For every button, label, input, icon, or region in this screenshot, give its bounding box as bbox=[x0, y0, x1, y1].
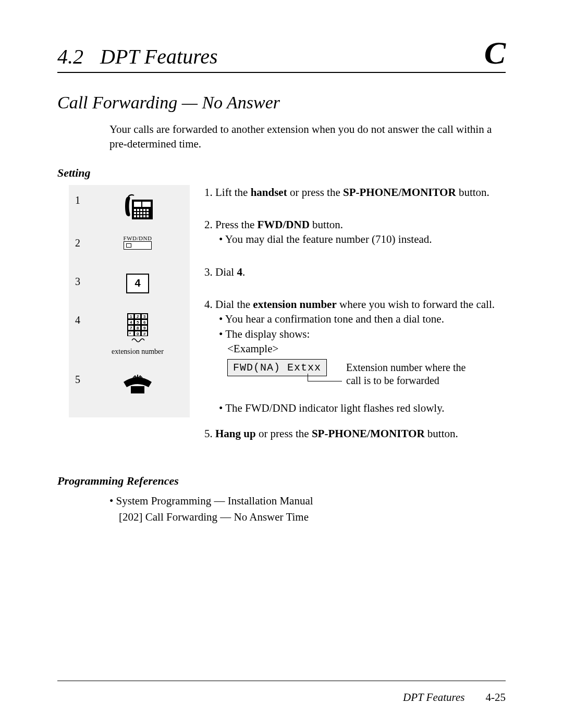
keypad-key-4: 4 bbox=[126, 274, 149, 293]
step-5: 5. Hang up or press the SP-PHONE/MONITOR… bbox=[204, 426, 506, 441]
steps-column: 1. Lift the handset or press the SP-PHON… bbox=[190, 185, 506, 459]
svg-rect-43 bbox=[131, 386, 144, 393]
icon-step-number: 2 bbox=[72, 235, 89, 249]
svg-text:3: 3 bbox=[143, 314, 146, 319]
icon-column: 1 bbox=[69, 185, 190, 417]
page: 4.2DPT Features C Call Forwarding — No A… bbox=[0, 0, 563, 728]
leader-text: Extension number where the call is to be… bbox=[346, 361, 466, 387]
page-footer: DPT Features4-25 bbox=[403, 691, 506, 704]
section-title: DPT Features bbox=[100, 45, 218, 68]
section-number: 4.2 bbox=[57, 45, 100, 68]
svg-rect-3 bbox=[134, 209, 136, 211]
icon-row-5: 5 bbox=[72, 372, 187, 408]
references-heading: Programming References bbox=[57, 474, 506, 488]
section-heading: 4.2DPT Features bbox=[57, 44, 218, 69]
icon-row-1: 1 bbox=[72, 192, 187, 233]
svg-rect-7 bbox=[146, 209, 149, 211]
step-4-sub2: • The display shows: bbox=[219, 327, 506, 341]
references-body: • System Programming — Installation Manu… bbox=[109, 493, 506, 525]
feature-title: Call Forwarding — No Answer bbox=[57, 93, 506, 113]
svg-rect-14 bbox=[137, 215, 139, 217]
svg-rect-9 bbox=[137, 212, 139, 214]
svg-rect-15 bbox=[140, 215, 142, 217]
svg-rect-4 bbox=[137, 209, 139, 211]
step-4: 4. Dial the extension number where you w… bbox=[204, 297, 506, 416]
keypad-icon: 1 2 3 4 5 6 7 8 9 * 0 # bbox=[89, 312, 187, 356]
svg-rect-8 bbox=[134, 212, 136, 214]
svg-text:7: 7 bbox=[130, 326, 132, 330]
svg-text:5: 5 bbox=[137, 320, 139, 325]
icon-step-number: 3 bbox=[72, 274, 89, 288]
icon-step-number: 4 bbox=[72, 312, 89, 326]
leader-line-v bbox=[308, 374, 308, 381]
setting-area: 1 bbox=[57, 185, 506, 459]
leader-line-h bbox=[308, 381, 342, 381]
svg-text:9: 9 bbox=[143, 326, 146, 330]
step-1: 1. Lift the handset or press the SP-PHON… bbox=[204, 185, 506, 200]
svg-rect-13 bbox=[134, 215, 136, 217]
references-line-1: • System Programming — Installation Manu… bbox=[109, 493, 506, 509]
step-2-sub: • You may dial the feature number (710) … bbox=[219, 232, 506, 246]
icon-step-number: 5 bbox=[72, 372, 89, 386]
footer-page-number: 4-25 bbox=[486, 691, 506, 704]
step-3: 3. Dial 4. bbox=[204, 265, 506, 279]
icon-row-2: 2 FWD/DND bbox=[72, 235, 187, 272]
svg-text:0: 0 bbox=[137, 331, 139, 336]
svg-rect-11 bbox=[143, 212, 145, 214]
icon-row-4: 4 1 2 3 4 5 6 7 bbox=[72, 312, 187, 369]
svg-text:1: 1 bbox=[130, 314, 132, 319]
svg-rect-2 bbox=[142, 202, 151, 207]
svg-rect-10 bbox=[140, 212, 142, 214]
fwd-dnd-label: FWD/DND bbox=[124, 235, 152, 241]
display-example-area: FWD(NA) Extxx Extension number where the… bbox=[204, 359, 506, 401]
icon-step-number: 1 bbox=[72, 192, 89, 206]
footer-rule bbox=[57, 681, 506, 681]
feature-intro: Your calls are forwarded to another exte… bbox=[109, 122, 495, 152]
fwd-dnd-button-icon: FWD/DND bbox=[89, 235, 187, 250]
references-line-2: [202] Call Forwarding — No Answer Time bbox=[119, 509, 506, 525]
step-4-sub3: • The FWD/DND indicator light flashes re… bbox=[219, 401, 506, 415]
footer-title: DPT Features bbox=[403, 691, 464, 704]
programming-references: Programming References • System Programm… bbox=[57, 474, 506, 525]
phone-lift-icon bbox=[89, 192, 187, 224]
svg-rect-6 bbox=[143, 209, 145, 211]
svg-rect-12 bbox=[146, 212, 149, 214]
svg-text:6: 6 bbox=[143, 320, 146, 325]
svg-text:4: 4 bbox=[130, 320, 132, 325]
step-2: 2. Press the FWD/DND button. • You may d… bbox=[204, 217, 506, 247]
corner-letter: C bbox=[484, 36, 506, 69]
setting-label: Setting bbox=[57, 166, 506, 180]
svg-rect-16 bbox=[143, 215, 145, 217]
step-4-example-label: <Example> bbox=[227, 341, 506, 356]
svg-text:2: 2 bbox=[137, 314, 139, 319]
svg-rect-17 bbox=[146, 215, 149, 217]
svg-text:8: 8 bbox=[137, 326, 139, 330]
hang-up-icon bbox=[89, 372, 187, 398]
step-4-sub1: • You hear a confirmation tone and then … bbox=[219, 312, 506, 326]
svg-rect-5 bbox=[140, 209, 142, 211]
extension-number-caption: extension number bbox=[112, 348, 164, 356]
section-header: 4.2DPT Features C bbox=[57, 36, 506, 73]
svg-text:#: # bbox=[143, 331, 146, 336]
svg-rect-1 bbox=[134, 202, 141, 207]
dial-4-icon: 4 bbox=[89, 274, 187, 293]
icon-row-3: 3 4 bbox=[72, 274, 187, 310]
lcd-display-text: FWD(NA) Extxx bbox=[227, 359, 327, 376]
